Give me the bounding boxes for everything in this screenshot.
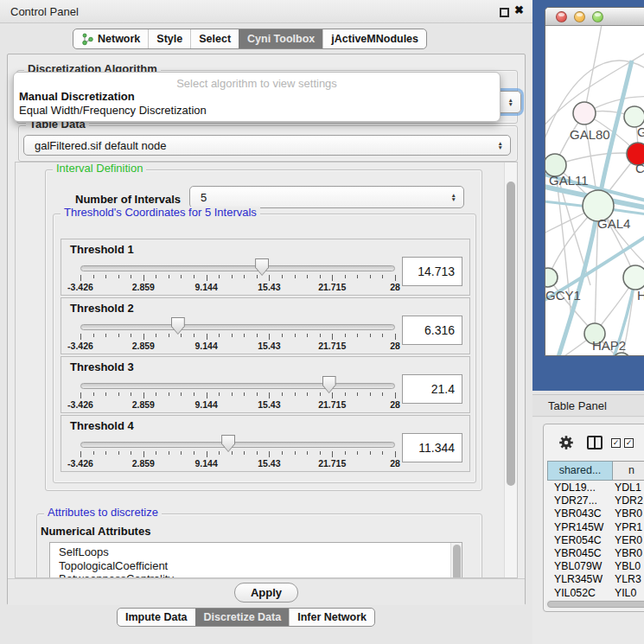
table-row[interactable]: YBL079WYBL0 bbox=[547, 560, 644, 573]
table-row[interactable]: YBR045CYBR0 bbox=[547, 547, 644, 560]
desktop-background: GAL80GACGAL11GAL4GCY1HHAP2 bbox=[532, 0, 644, 391]
node-label: C bbox=[635, 161, 644, 175]
table-row[interactable]: YIL052CYIL0 bbox=[547, 587, 644, 600]
apply-button[interactable]: Apply bbox=[234, 583, 298, 603]
threshold-value-field[interactable]: 14.713 bbox=[402, 257, 462, 286]
tick-label: 28 bbox=[390, 458, 400, 469]
node-label: GAL11 bbox=[549, 173, 589, 188]
settings-scrollbar bbox=[504, 163, 517, 577]
network-node[interactable] bbox=[545, 268, 558, 287]
threshold-slider-track[interactable] bbox=[80, 324, 395, 330]
threshold-label: Threshold 3 bbox=[70, 360, 134, 373]
algorithm-dropdown-hint: Select algorithm to view settings bbox=[17, 77, 496, 90]
threshold-value-field[interactable]: 21.4 bbox=[402, 374, 462, 404]
tick-label: 15.43 bbox=[258, 341, 280, 351]
tab-jactivemnodules[interactable]: jActiveMNodules bbox=[322, 29, 426, 48]
table-row[interactable]: YDL19...YDL1 bbox=[547, 481, 644, 494]
tick-label: 28 bbox=[390, 282, 400, 292]
float-window-icon[interactable] bbox=[500, 8, 509, 17]
threshold-slider-thumb[interactable] bbox=[322, 376, 336, 393]
node-table-card: ✓ ✓ shared... n YDL19...YDL1YDR27...YDR2… bbox=[543, 424, 644, 612]
thresholds-group: Threshold's Coordinates for 5 Intervals … bbox=[53, 214, 476, 483]
network-node[interactable] bbox=[623, 265, 644, 290]
slider-ticks bbox=[80, 392, 395, 399]
table-rows: YDL19...YDL1YDR27...YDR2YBR043CYBR0YPR14… bbox=[547, 481, 644, 600]
network-icon bbox=[81, 33, 94, 46]
tick-label: 15.43 bbox=[258, 282, 280, 292]
tab-cyni-toolbox[interactable]: Cyni Toolbox bbox=[239, 29, 322, 48]
threshold-slider-thumb[interactable] bbox=[171, 317, 185, 335]
cyni-mode-tabs: Impute Data Discretize Data Infer Networ… bbox=[117, 608, 375, 627]
table-panel-title: Table Panel bbox=[548, 399, 607, 412]
column-header-shared-name[interactable]: shared... bbox=[547, 461, 613, 481]
close-icon[interactable]: ✖ bbox=[514, 3, 524, 16]
attributes-scrollbar bbox=[450, 543, 462, 578]
network-window-titlebar bbox=[545, 8, 644, 26]
close-traffic-light[interactable] bbox=[556, 11, 567, 22]
interval-definition-group: Interval Definition Number of Intervals … bbox=[45, 169, 482, 491]
interval-definition-title: Interval Definition bbox=[53, 163, 146, 175]
threshold-2-panel: Threshold 2-3.4262.8599.14415.4321.71528… bbox=[61, 297, 470, 354]
tick-label: 9.144 bbox=[194, 341, 217, 351]
threshold-value-field[interactable]: 11.344 bbox=[402, 433, 462, 462]
spinner-arrows-icon: ▲▼ bbox=[451, 193, 456, 201]
table-panel-body: ✓ ✓ shared... n YDL19...YDL1YDR27...YDR2… bbox=[532, 418, 644, 644]
table-hscrollbar bbox=[545, 600, 644, 609]
threshold-value-field[interactable]: 6.316 bbox=[402, 316, 462, 345]
network-node[interactable] bbox=[573, 102, 596, 124]
tick-label: 2.859 bbox=[132, 282, 155, 292]
window-title: Control Panel bbox=[10, 5, 79, 18]
table-row[interactable]: YBR043CYBR0 bbox=[547, 507, 644, 520]
zoom-traffic-light[interactable] bbox=[592, 11, 603, 22]
tick-label: -3.426 bbox=[67, 341, 93, 351]
gear-icon[interactable] bbox=[558, 435, 574, 450]
tab-select[interactable]: Select bbox=[190, 29, 239, 48]
checkbox-icon[interactable]: ✓ bbox=[624, 438, 634, 448]
attributes-scrollbar-thumb[interactable] bbox=[453, 545, 461, 578]
checkbox-icon[interactable]: ✓ bbox=[611, 438, 621, 448]
attribute-item[interactable]: TopologicalCoefficient bbox=[50, 559, 462, 573]
threshold-3-panel: Threshold 3-3.4262.8599.14415.4321.71528… bbox=[61, 356, 470, 413]
attribute-item[interactable]: SelfLoops bbox=[50, 545, 462, 559]
algorithm-option-equal-width[interactable]: Equal Width/Frequency Discretization bbox=[17, 104, 496, 118]
numerical-attributes-label: Numerical Attributes bbox=[41, 525, 150, 538]
node-label: HAP2 bbox=[592, 338, 626, 353]
apply-bar: Apply bbox=[8, 578, 525, 605]
thresholds-group-title: Threshold's Coordinates for 5 Intervals bbox=[61, 207, 260, 219]
tab-infer-network[interactable]: Infer Network bbox=[289, 609, 374, 626]
control-panel-tabs: Network Style Select Cyni Toolbox jActiv… bbox=[73, 29, 427, 49]
threshold-slider-track[interactable] bbox=[80, 383, 395, 389]
network-canvas[interactable]: GAL80GACGAL11GAL4GCY1HHAP2 bbox=[545, 26, 644, 356]
threshold-slider-thumb[interactable] bbox=[255, 258, 269, 276]
split-columns-icon[interactable] bbox=[587, 436, 603, 450]
tab-style[interactable]: Style bbox=[148, 29, 190, 48]
table-row[interactable]: YPR145WYPR1 bbox=[547, 521, 644, 534]
minimize-traffic-light[interactable] bbox=[574, 11, 585, 22]
settings-scroll-area: Interval Definition Number of Intervals … bbox=[15, 162, 518, 578]
tick-label: 15.43 bbox=[258, 458, 280, 469]
table-row[interactable]: YDR27...YDR2 bbox=[547, 494, 644, 507]
slider-ticks bbox=[80, 275, 395, 282]
node-label: GCY1 bbox=[545, 288, 581, 303]
tick-label: 2.859 bbox=[132, 341, 155, 351]
tab-impute-data[interactable]: Impute Data bbox=[118, 609, 195, 626]
attribute-item[interactable]: BetweennessCentrality bbox=[50, 572, 462, 578]
table-data-select[interactable]: galFiltered.sif default node ▲▼ bbox=[23, 135, 511, 156]
threshold-slider-thumb[interactable] bbox=[221, 435, 235, 452]
tick-label: 9.144 bbox=[194, 282, 217, 292]
table-row[interactable]: YLR345WYLR3 bbox=[547, 573, 644, 586]
table-hscrollbar-thumb[interactable] bbox=[547, 601, 644, 608]
threshold-slider-track[interactable] bbox=[80, 442, 395, 448]
spinner-arrows-icon: ▲▼ bbox=[498, 141, 503, 150]
tick-label: -3.426 bbox=[67, 458, 93, 469]
screen: Control Panel ✖ Network Style Select Cyn… bbox=[0, 0, 644, 644]
column-header-name[interactable]: n bbox=[613, 461, 644, 481]
tick-label: 2.859 bbox=[132, 458, 155, 469]
tab-discretize-data[interactable]: Discretize Data bbox=[195, 609, 290, 626]
threshold-slider-track[interactable] bbox=[80, 265, 395, 271]
threshold-1-panel: Threshold 1-3.4262.8599.14415.4321.71528… bbox=[61, 239, 470, 296]
algorithm-option-manual[interactable]: Manual Discretization bbox=[17, 90, 496, 104]
table-row[interactable]: YER054CYER0 bbox=[547, 534, 644, 547]
settings-scrollbar-thumb[interactable] bbox=[507, 182, 515, 486]
tab-network[interactable]: Network bbox=[73, 29, 148, 48]
